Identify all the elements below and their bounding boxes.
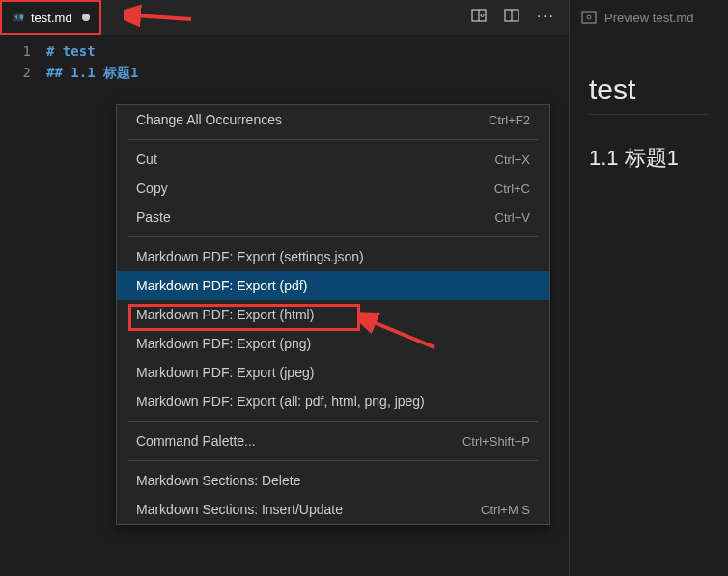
menu-export-jpeg[interactable]: Markdown PDF: Export (jpeg) [117,358,549,387]
menu-cut[interactable]: Cut Ctrl+X [117,145,549,174]
line-number: 1 [0,41,31,62]
menu-label: Markdown Sections: Delete [136,473,300,488]
menu-export-png[interactable]: Markdown PDF: Export (png) [117,329,549,358]
markdown-file-icon [12,11,25,24]
line-gutter: 1 2 [0,41,46,576]
context-menu: Change All Occurrences Ctrl+F2 Cut Ctrl+… [116,104,550,525]
menu-label: Paste [136,209,171,225]
menu-command-palette[interactable]: Command Palette... Ctrl+Shift+P [117,426,549,455]
menu-label: Command Palette... [136,433,256,449]
menu-shortcut: Ctrl+M S [481,503,530,517]
svg-point-6 [587,15,591,19]
menu-label: Markdown PDF: Export (jpeg) [136,365,314,380]
svg-rect-5 [582,12,596,23]
file-tab-label: test.md [31,11,72,25]
preview-icon [581,10,597,25]
menu-export-pdf[interactable]: Markdown PDF: Export (pdf) [117,271,549,300]
more-actions-icon[interactable]: ··· [537,8,555,27]
menu-change-all-occurrences[interactable]: Change All Occurrences Ctrl+F2 [117,105,549,134]
menu-shortcut: Ctrl+Shift+P [462,434,530,449]
unsaved-dot-icon [82,14,90,21]
preview-heading-1: test [589,73,709,115]
open-preview-side-icon[interactable] [471,8,487,27]
preview-heading-2: 1.1 标题1 [589,144,709,173]
menu-separator [128,460,538,461]
menu-label: Markdown PDF: Export (png) [136,336,311,351]
menu-label: Markdown PDF: Export (settings.json) [136,249,364,264]
menu-paste[interactable]: Paste Ctrl+V [117,203,549,232]
preview-tab-label: Preview test.md [604,11,693,25]
menu-sections-insert-update[interactable]: Markdown Sections: Insert/Update Ctrl+M … [117,495,549,524]
split-editor-icon[interactable] [504,8,519,27]
menu-label: Markdown PDF: Export (pdf) [136,278,307,293]
preview-pane: Preview test.md test 1.1 标题1 [570,0,728,576]
menu-separator [128,236,538,237]
menu-separator [128,421,538,422]
menu-shortcut: Ctrl+C [494,181,530,196]
menu-shortcut: Ctrl+F2 [489,113,530,127]
menu-export-all[interactable]: Markdown PDF: Export (all: pdf, html, pn… [117,387,549,416]
code-line: ## 1.1 标题1 [46,62,138,83]
preview-tab[interactable]: Preview test.md [570,0,728,35]
menu-label: Markdown Sections: Insert/Update [136,502,343,517]
menu-label: Markdown PDF: Export (html) [136,307,314,322]
menu-label: Change All Occurrences [136,112,282,127]
menu-label: Markdown PDF: Export (all: pdf, html, pn… [136,394,425,409]
menu-copy[interactable]: Copy Ctrl+C [117,174,549,203]
menu-shortcut: Ctrl+V [495,210,530,225]
menu-export-settings-json[interactable]: Markdown PDF: Export (settings.json) [117,242,549,271]
menu-export-html[interactable]: Markdown PDF: Export (html) [117,300,549,329]
svg-point-2 [481,14,484,17]
line-number: 2 [0,62,31,83]
menu-sections-delete[interactable]: Markdown Sections: Delete [117,466,549,495]
editor-tab-bar: test.md ··· [0,0,569,35]
menu-label: Copy [136,180,168,196]
menu-shortcut: Ctrl+X [495,152,530,167]
menu-label: Cut [136,151,157,167]
file-tab-testmd[interactable]: test.md [0,0,101,35]
menu-separator [128,139,538,140]
code-line: # test [46,41,138,62]
